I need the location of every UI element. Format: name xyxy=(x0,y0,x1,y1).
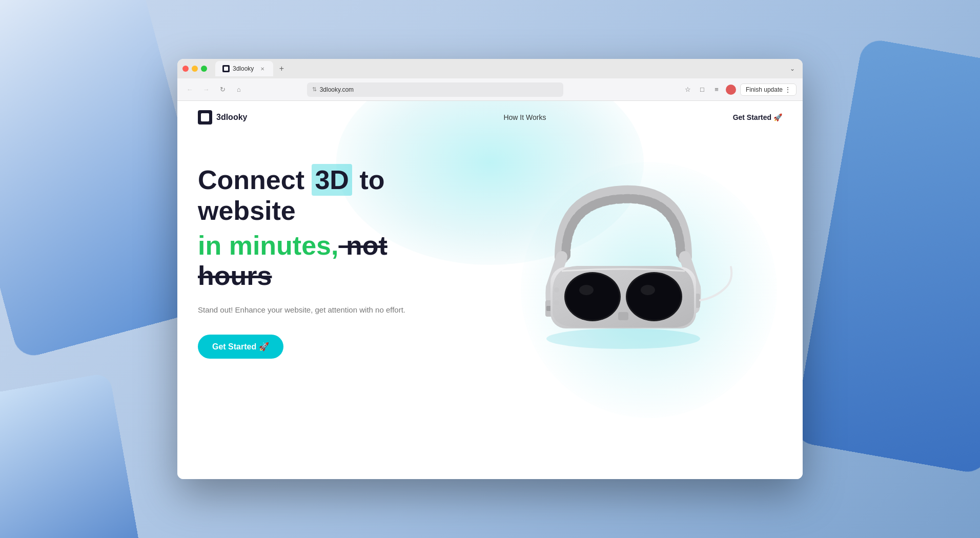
vr-headset-svg xyxy=(511,164,736,359)
tab-title: 3dlooky xyxy=(233,65,254,72)
home-button[interactable]: ⌂ xyxy=(233,84,245,96)
site-logo[interactable]: 3dlooky xyxy=(198,110,247,125)
logo-text: 3dlooky xyxy=(216,113,247,122)
svg-point-11 xyxy=(641,285,655,295)
address-bar: ← → ↻ ⌂ ⇅ 3dlooky.com ☆ □ ≡ Finish updat… xyxy=(177,78,803,101)
finish-update-label: Finish update xyxy=(746,86,783,93)
tab-right-controls: ⌄ xyxy=(787,64,798,74)
svg-point-13 xyxy=(554,287,559,293)
toolbar-icon[interactable]: ≡ xyxy=(711,85,722,95)
traffic-lights xyxy=(182,66,207,72)
url-bar[interactable]: ⇅ 3dlooky.com xyxy=(307,82,563,97)
bg-shape-right xyxy=(792,37,980,475)
svg-point-14 xyxy=(554,300,559,305)
hero-title-line1: Connect 3D to website xyxy=(198,165,464,226)
svg-point-8 xyxy=(579,285,594,295)
hero-right xyxy=(464,164,782,359)
traffic-light-close[interactable] xyxy=(182,66,189,72)
svg-point-0 xyxy=(546,328,700,349)
hero-subtitle: Stand out! Enhance your website, get att… xyxy=(198,304,464,316)
nav-cta-button[interactable]: Get Started 🚀 xyxy=(733,113,782,121)
hero-cta-label: Get Started 🚀 xyxy=(212,342,269,351)
hero-left: Connect 3D to website in minutes, not ho… xyxy=(198,165,464,359)
nav-cta-label: Get Started 🚀 xyxy=(733,113,782,121)
traffic-light-minimize[interactable] xyxy=(192,66,198,72)
active-tab[interactable]: 3dlooky ✕ xyxy=(215,61,273,76)
tab-group: 3dlooky ✕ + xyxy=(215,61,288,76)
back-button[interactable]: ← xyxy=(183,84,196,96)
svg-rect-12 xyxy=(618,312,628,320)
website-content: 3dlooky How It Works Get Started 🚀 Conne… xyxy=(177,101,803,479)
nav-links: How It Works xyxy=(503,113,546,122)
bookmark-icon[interactable]: ☆ xyxy=(683,85,693,95)
nav-link-how-it-works[interactable]: How It Works xyxy=(503,113,546,121)
vr-headset-illustration xyxy=(511,164,736,359)
site-nav: 3dlooky How It Works Get Started 🚀 xyxy=(177,101,803,134)
tab-favicon xyxy=(222,65,230,72)
browser-window: 3dlooky ✕ + ⌄ ← → ↻ ⌂ ⇅ 3dlooky.com ☆ □ xyxy=(177,59,803,479)
logo-icon xyxy=(198,110,212,125)
traffic-light-maximize[interactable] xyxy=(201,66,207,72)
bg-shape-bottom-left xyxy=(0,373,145,538)
new-tab-button[interactable]: + xyxy=(275,63,288,75)
finish-update-button[interactable]: Finish update ⋮ xyxy=(740,84,797,96)
svg-point-7 xyxy=(566,274,619,320)
hero-title-3d: 3D xyxy=(312,164,352,196)
tab-favicon-inner xyxy=(224,67,228,71)
user-avatar[interactable] xyxy=(726,85,736,95)
tab-dropdown-button[interactable]: ⌄ xyxy=(787,64,798,74)
tab-close-button[interactable]: ✕ xyxy=(259,65,266,72)
hero-title-line2: in minutes, not hours xyxy=(198,231,464,292)
tab-bar: 3dlooky ✕ + ⌄ xyxy=(177,59,803,78)
refresh-button[interactable]: ↻ xyxy=(216,84,229,96)
logo-icon-inner xyxy=(201,113,209,121)
hero-title-in-minutes: in minutes, xyxy=(198,231,338,260)
more-options-icon: ⋮ xyxy=(785,86,791,93)
url-text: 3dlooky.com xyxy=(320,86,354,93)
extensions-icon[interactable]: □ xyxy=(697,85,707,95)
hero-title-connect: Connect xyxy=(198,165,312,195)
address-right-controls: ☆ □ ≡ Finish update ⋮ xyxy=(683,84,797,96)
hero-section: Connect 3D to website in minutes, not ho… xyxy=(177,134,803,380)
hero-cta-button[interactable]: Get Started 🚀 xyxy=(198,335,283,359)
svg-point-10 xyxy=(627,274,681,320)
forward-button[interactable]: → xyxy=(200,84,212,96)
